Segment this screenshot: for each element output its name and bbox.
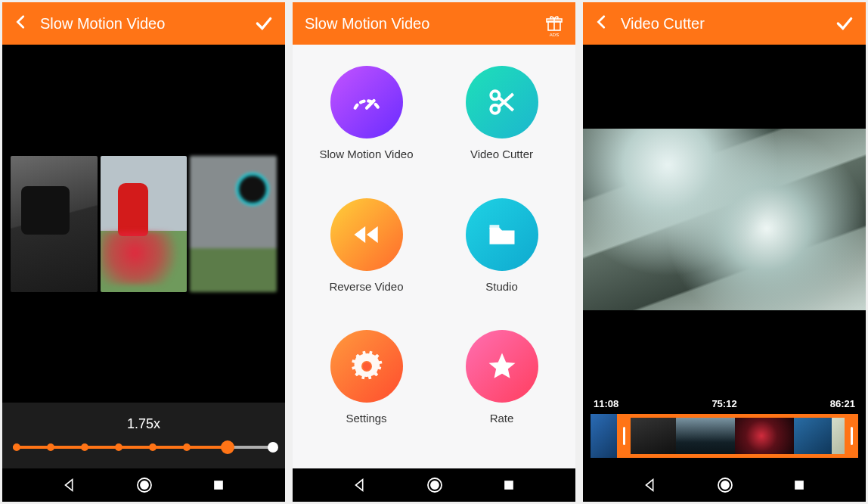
screen-slow-motion-editor: Slow Motion Video ♪ 1.75x (2, 2, 285, 502)
menu-label: Studio (485, 280, 518, 293)
gift-icon (545, 14, 563, 33)
rewind-icon (330, 198, 403, 271)
page-title: Slow Motion Video (40, 15, 253, 33)
svg-marker-0 (66, 480, 73, 491)
app-header: Slow Motion Video ADS (293, 2, 575, 45)
android-navbar (583, 468, 866, 502)
menu-settings[interactable]: Settings (299, 322, 434, 455)
trim-start-handle[interactable] (617, 414, 631, 458)
folder-icon (466, 198, 538, 271)
menu-label: Rate (490, 412, 514, 425)
speed-control-panel: 1.75x (2, 403, 285, 468)
trim-end-time: 86:21 (830, 398, 855, 409)
nav-home-button[interactable] (426, 476, 444, 494)
trim-current-time: 75:12 (711, 398, 736, 409)
speedometer-icon (330, 66, 403, 138)
slider-tick (81, 443, 88, 451)
timeline-frame (591, 414, 617, 458)
svg-marker-21 (646, 480, 653, 491)
slider-tick (115, 443, 122, 451)
svg-marker-17 (356, 480, 363, 491)
nav-home-button[interactable] (135, 476, 153, 494)
circle-home-icon (135, 476, 153, 494)
back-button[interactable] (594, 14, 615, 33)
slider-tick (149, 443, 157, 451)
editor-content: ♪ 1.75x (2, 45, 285, 468)
scissors-icon (466, 66, 538, 138)
slider-max-dot (268, 442, 278, 453)
nav-recent-button[interactable] (501, 478, 516, 493)
menu-label: Reverse Video (329, 280, 403, 293)
video-frame (583, 129, 866, 310)
square-recent-icon (211, 478, 226, 493)
svg-marker-13 (367, 226, 378, 243)
page-title: Slow Motion Video (305, 15, 544, 33)
svg-point-19 (431, 481, 439, 489)
selection-range (617, 414, 858, 458)
trim-start-time: 11:08 (594, 398, 618, 409)
menu-video-cutter[interactable]: Video Cutter (434, 58, 569, 191)
app-header: Video Cutter (583, 2, 866, 45)
thumbnail (190, 156, 277, 292)
check-icon (254, 14, 274, 33)
menu-studio[interactable]: Studio (434, 191, 569, 323)
svg-point-15 (362, 362, 370, 371)
menu-label: Video Cutter (470, 148, 533, 160)
app-header: Slow Motion Video (2, 2, 285, 45)
svg-rect-24 (795, 481, 804, 490)
menu-reverse-video[interactable]: Reverse Video (299, 191, 434, 323)
menu-slow-motion[interactable]: Slow Motion Video (299, 58, 434, 191)
slider-thumb[interactable] (221, 440, 234, 454)
page-title: Video Cutter (621, 15, 834, 33)
menu-label: Settings (346, 412, 386, 425)
nav-recent-button[interactable] (211, 478, 226, 493)
ads-gift-button[interactable]: ADS (544, 14, 565, 33)
svg-rect-20 (504, 481, 513, 490)
cutter-content: 11:08 75:12 86:21 (583, 45, 866, 468)
menu-label: Slow Motion Video (320, 148, 414, 160)
slider-tick (183, 443, 191, 451)
svg-rect-14 (489, 225, 499, 229)
circle-home-icon (716, 476, 734, 494)
square-recent-icon (501, 478, 516, 493)
screen-main-menu: Slow Motion Video ADS Slow Motion Video … (293, 2, 575, 502)
nav-back-button[interactable] (352, 477, 368, 493)
time-labels: 11:08 75:12 86:21 (591, 398, 858, 414)
speed-value: 1.75x (127, 416, 160, 432)
thumbnail (101, 156, 188, 292)
nav-back-button[interactable] (61, 477, 78, 493)
confirm-button[interactable] (834, 14, 855, 33)
svg-point-23 (721, 481, 729, 489)
circle-home-icon (426, 476, 444, 494)
video-thumbnails: ♪ (11, 156, 277, 292)
slider-tick (13, 443, 20, 451)
menu-rate[interactable]: Rate (434, 322, 569, 455)
android-navbar (2, 468, 285, 502)
nav-home-button[interactable] (716, 476, 734, 494)
chevron-left-icon (13, 14, 29, 30)
menu-grid: Slow Motion Video Video Cutter Reverse V… (293, 45, 575, 468)
video-preview[interactable]: ♪ (2, 45, 285, 403)
nav-recent-button[interactable] (792, 478, 807, 493)
star-icon (466, 330, 538, 403)
trim-timeline[interactable] (591, 414, 858, 458)
confirm-button[interactable] (253, 14, 274, 33)
triangle-back-icon (61, 477, 78, 493)
speed-slider[interactable] (13, 446, 274, 449)
svg-marker-16 (488, 353, 515, 378)
nav-back-button[interactable] (642, 477, 659, 493)
svg-rect-3 (214, 481, 223, 490)
slider-tick (47, 443, 54, 451)
video-preview[interactable] (583, 45, 866, 394)
android-navbar (293, 468, 575, 502)
trim-end-handle[interactable] (845, 414, 858, 458)
gear-icon (330, 330, 403, 403)
square-recent-icon (792, 478, 807, 493)
svg-marker-12 (354, 226, 365, 243)
screen-video-cutter: Video Cutter 11:08 75:12 86:21 (583, 2, 866, 502)
back-button[interactable] (13, 14, 34, 33)
chevron-left-icon (594, 14, 610, 30)
triangle-back-icon (642, 477, 659, 493)
triangle-back-icon (352, 477, 368, 493)
svg-point-2 (141, 481, 148, 489)
